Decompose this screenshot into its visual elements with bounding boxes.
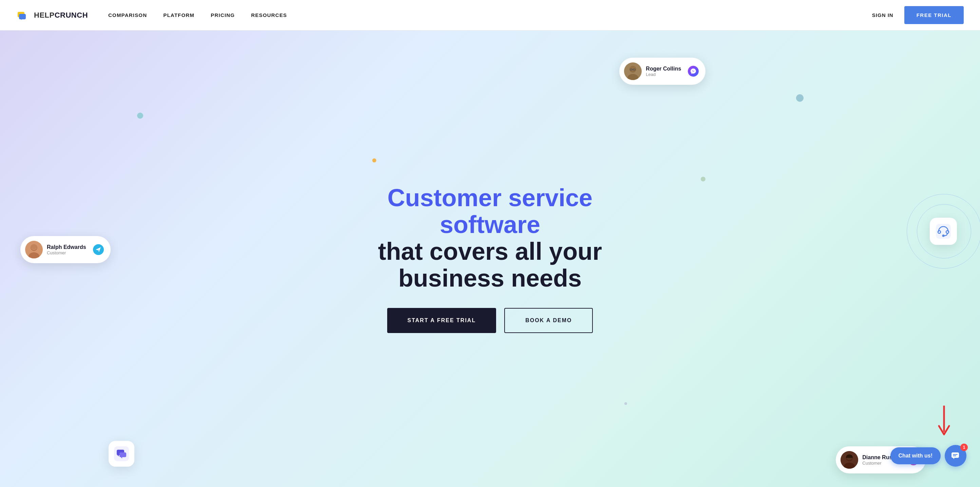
ralph-name: Ralph Edwards <box>47 244 86 250</box>
nav-platform[interactable]: PLATFORM <box>163 12 194 18</box>
dot-gray-2 <box>624 402 627 405</box>
chat-with-us-button[interactable]: Chat with us! <box>891 447 941 464</box>
telegram-icon <box>93 244 104 255</box>
support-icon-card <box>930 218 957 245</box>
chat-widget[interactable]: Chat with us! 1 <box>891 445 966 466</box>
dianne-avatar <box>840 451 858 469</box>
roger-collins-card: Roger Collins Lead <box>619 58 705 85</box>
svg-rect-31 <box>951 452 959 458</box>
start-free-trial-button[interactable]: START A FREE TRIAL <box>387 308 496 333</box>
svg-rect-33 <box>953 454 958 455</box>
dot-orange <box>372 159 376 162</box>
ralph-info: Ralph Edwards Customer <box>47 244 86 255</box>
hero-title-line3: business needs <box>398 265 582 292</box>
roger-name: Roger Collins <box>646 66 681 72</box>
svg-rect-2 <box>19 14 26 19</box>
dot-teal-1 <box>137 113 143 119</box>
roger-info: Roger Collins Lead <box>646 66 681 77</box>
svg-rect-34 <box>953 455 956 456</box>
logo-icon <box>16 8 31 23</box>
hero-content: Customer service software that covers al… <box>337 184 643 333</box>
nav-comparison[interactable]: COMPARISON <box>108 12 147 18</box>
roger-avatar <box>624 62 642 80</box>
hero-title-line2: that covers all your <box>378 238 602 265</box>
hero-title-line1: Customer service software <box>388 184 592 238</box>
dot-green <box>701 177 705 181</box>
messaging-icon <box>114 446 129 461</box>
chat-bubble-icon <box>950 451 961 461</box>
ralph-role: Customer <box>47 250 86 255</box>
nav-links: COMPARISON PLATFORM PRICING RESOURCES <box>108 12 287 18</box>
sign-in-link[interactable]: SIGN IN <box>872 12 894 18</box>
nav-free-trial-button[interactable]: FREE TRIAL <box>904 6 964 24</box>
svg-rect-29 <box>119 452 126 457</box>
nav-pricing[interactable]: PRICING <box>211 12 235 18</box>
chat-badge: 1 <box>960 444 968 451</box>
hero-buttons: START A FREE TRIAL BOOK A DEMO <box>337 308 643 333</box>
messaging-icon-card <box>108 441 134 466</box>
roger-role: Lead <box>646 72 681 77</box>
navbar: HELPCRUNCH COMPARISON PLATFORM PRICING R… <box>0 0 980 30</box>
logo[interactable]: HELPCRUNCH <box>16 8 88 23</box>
hero-title: Customer service software that covers al… <box>337 184 643 292</box>
ralph-edwards-card: Ralph Edwards Customer <box>21 236 111 263</box>
book-demo-button[interactable]: BOOK A DEMO <box>504 308 593 333</box>
support-icon <box>936 224 951 239</box>
chat-bubble-button[interactable]: 1 <box>945 445 966 466</box>
messenger-icon <box>688 66 699 77</box>
dot-teal-2 <box>796 94 803 102</box>
svg-point-11 <box>31 244 37 250</box>
red-arrow <box>937 406 951 439</box>
nav-right: SIGN IN FREE TRIAL <box>872 6 964 24</box>
logo-text: HELPCRUNCH <box>34 11 88 20</box>
ralph-avatar <box>25 241 43 259</box>
nav-resources[interactable]: RESOURCES <box>251 12 287 18</box>
hero-section: Ralph Edwards Customer Roger C <box>0 30 980 487</box>
